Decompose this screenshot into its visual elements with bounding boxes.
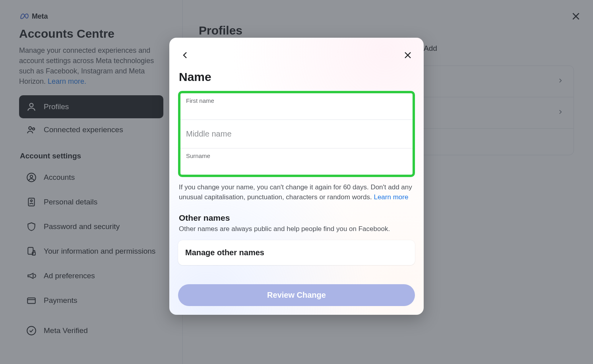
other-names-description: Other names are always public and help p…: [179, 225, 414, 233]
first-name-label: First name: [186, 97, 407, 104]
middle-name-input[interactable]: [186, 129, 407, 139]
manage-other-names-label: Manage other names: [185, 248, 264, 257]
middle-name-field[interactable]: [180, 120, 413, 148]
first-name-input[interactable]: [186, 105, 407, 116]
modal-title: Name: [178, 70, 415, 84]
chevron-left-icon: [180, 50, 190, 62]
manage-other-names-row[interactable]: Manage other names: [178, 240, 415, 265]
other-names-title: Other names: [179, 213, 414, 223]
review-change-button[interactable]: Review Change: [178, 284, 415, 306]
first-name-field[interactable]: First name: [180, 93, 413, 120]
name-help-learn-more-link[interactable]: Learn more: [374, 193, 408, 201]
modal-back-button[interactable]: [178, 49, 192, 63]
name-help-text: If you change your name, you can't chang…: [179, 183, 414, 202]
surname-field[interactable]: Surname: [180, 148, 413, 175]
name-modal: Name First name Surname If you change yo…: [169, 38, 424, 315]
surname-label: Surname: [186, 152, 407, 159]
surname-input[interactable]: [186, 160, 407, 171]
name-fields-group: First name Surname: [178, 91, 415, 177]
close-icon: [403, 50, 413, 62]
modal-close-button[interactable]: [401, 49, 415, 63]
